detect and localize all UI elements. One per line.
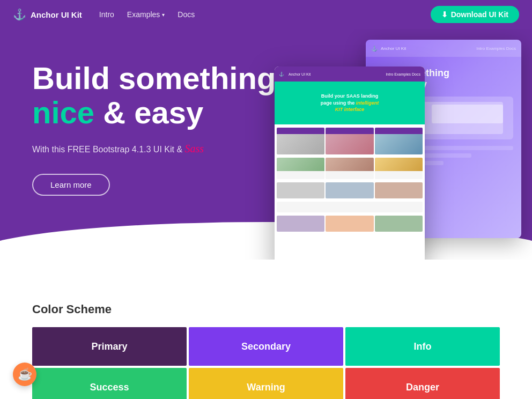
hero-subtitle: With this FREE Bootstrap 4.1.3 UI Kit & … (32, 141, 290, 157)
download-icon: ⬇ (441, 10, 448, 19)
screenshot-back-header: ⚓ Anchor UI Kit Intro Examples Docs (366, 40, 521, 57)
hero-text: Build something nice & easy With this FR… (32, 61, 290, 196)
nav-docs[interactable]: Docs (178, 10, 195, 19)
nav-examples[interactable]: Examples ▾ (127, 10, 165, 19)
chevron-down-icon: ▾ (162, 12, 165, 18)
hero-section: Build something nice & easy With this FR… (0, 29, 532, 260)
coffee-button[interactable]: ☕ (13, 363, 36, 386)
download-button[interactable]: ⬇ Download UI Kit (431, 6, 519, 23)
color-grid: Primary Secondary Info Success Warning D… (32, 327, 500, 399)
nav-links: Intro Examples ▾ Docs (99, 10, 431, 19)
color-tile-info[interactable]: Info (345, 327, 500, 366)
navbar: ⚓ Anchor UI Kit Intro Examples ▾ Docs ⬇ … (0, 0, 532, 29)
color-scheme-title: Color Scheme (32, 302, 500, 316)
sass-logo: Sass (185, 143, 204, 154)
hero-screenshots: ⚓ Anchor UI Kit Intro Examples Docs Buil… (275, 34, 532, 260)
color-tile-secondary[interactable]: Secondary (189, 327, 343, 366)
coffee-icon: ☕ (18, 367, 32, 381)
learn-more-button[interactable]: Learn more (32, 174, 110, 196)
screenshot-front: ⚓ Anchor UI Kit Intro Examples Docs Buil… (275, 66, 425, 260)
color-tile-primary[interactable]: Primary (32, 327, 187, 366)
brand-name: Anchor UI Kit (31, 10, 82, 19)
anchor-icon: ⚓ (13, 8, 26, 21)
nav-intro[interactable]: Intro (99, 10, 114, 19)
hero-title: Build something nice & easy (32, 61, 290, 130)
brand-link[interactable]: ⚓ Anchor UI Kit (13, 8, 82, 21)
content-section: Color Scheme Primary Secondary Info Succ… (0, 260, 532, 399)
color-tile-success[interactable]: Success (32, 368, 187, 399)
color-tile-warning[interactable]: Warning (189, 368, 343, 399)
color-tile-danger[interactable]: Danger (345, 368, 500, 399)
